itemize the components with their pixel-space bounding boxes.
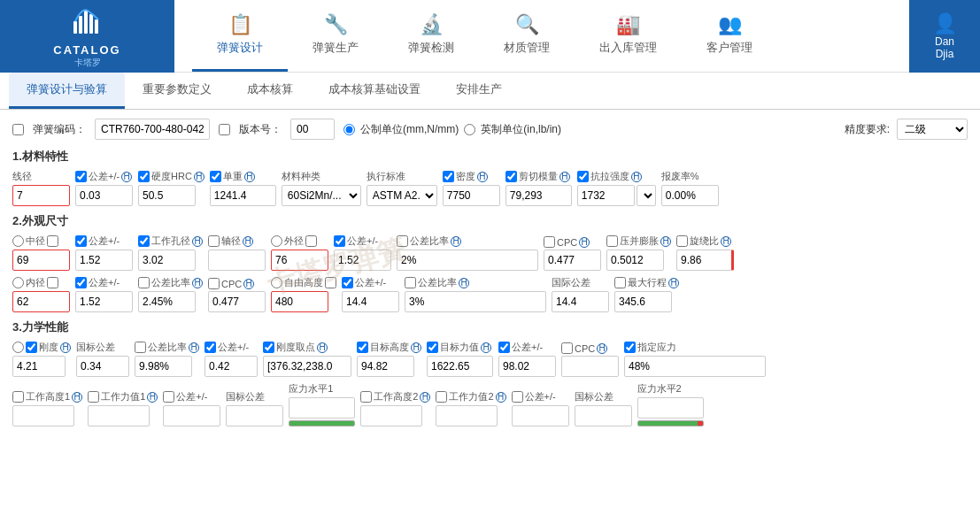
- tol-wf1-checkbox[interactable]: [163, 391, 174, 403]
- free-h-radio[interactable]: [271, 277, 282, 288]
- tol1-info-icon[interactable]: H: [121, 172, 132, 182]
- stiffness-point-input[interactable]: [263, 356, 351, 377]
- tab-cost-calc[interactable]: 成本核算: [229, 73, 311, 109]
- solid-checkbox[interactable]: [606, 235, 618, 247]
- hardness-checkbox[interactable]: [138, 171, 150, 182]
- solid-expand-input[interactable]: [606, 250, 664, 271]
- tol-tf-input[interactable]: [498, 356, 556, 377]
- nav-spring-inspection[interactable]: 🔬 弹簧检测: [383, 0, 479, 72]
- specstress-checkbox[interactable]: [624, 342, 636, 353]
- cpc2-info-icon[interactable]: H: [243, 279, 254, 289]
- cpc3-input[interactable]: [561, 356, 619, 377]
- work-h1-input[interactable]: [12, 405, 74, 426]
- tolratio-fh-cb[interactable]: [405, 277, 416, 288]
- cpc2-input[interactable]: [208, 291, 266, 312]
- workf1-info-icon[interactable]: H: [147, 392, 158, 403]
- tolratio-inner-cb[interactable]: [138, 277, 150, 288]
- density-checkbox[interactable]: [443, 171, 454, 182]
- targeth-info-icon[interactable]: H: [411, 342, 421, 353]
- tolratio-mech-icon[interactable]: H: [189, 342, 199, 353]
- tolratio-inner-icon[interactable]: H: [192, 278, 203, 288]
- stiffness-radio[interactable]: [12, 342, 24, 353]
- bore-checkbox[interactable]: [138, 235, 150, 247]
- maxstroke-info-icon[interactable]: H: [668, 278, 679, 288]
- mid-dia-input[interactable]: [12, 250, 70, 271]
- cpc1-checkbox[interactable]: [544, 236, 555, 248]
- stress-level2-input[interactable]: [637, 397, 704, 419]
- tol1-input[interactable]: [75, 185, 133, 206]
- tol1-checkbox[interactable]: [75, 171, 87, 182]
- nav-spring-production[interactable]: 🔧 弹簧生产: [288, 0, 383, 72]
- tol-fh-checkbox[interactable]: [342, 277, 353, 288]
- tol-ratio-outer-input[interactable]: [397, 250, 538, 271]
- work-f2-input[interactable]: [436, 405, 498, 426]
- tol-inner-checkbox[interactable]: [75, 277, 87, 288]
- wire-dia-input[interactable]: [12, 185, 70, 206]
- nav-customer-mgmt[interactable]: 👥 客户管理: [682, 0, 777, 72]
- workf2-info-icon[interactable]: H: [496, 392, 506, 403]
- mid-dia-radio[interactable]: [12, 235, 24, 247]
- targetf-info-icon[interactable]: H: [481, 342, 491, 353]
- workf1-checkbox[interactable]: [88, 391, 99, 403]
- density-info-icon[interactable]: H: [477, 172, 488, 182]
- density-input[interactable]: [443, 185, 500, 206]
- winding-checkbox[interactable]: [676, 235, 688, 247]
- maxstroke-checkbox[interactable]: [614, 277, 626, 288]
- tab-key-params[interactable]: 重要参数定义: [125, 73, 229, 109]
- intl-tol3-input[interactable]: [226, 405, 283, 426]
- work-f1-input[interactable]: [88, 405, 150, 426]
- winding-info-icon[interactable]: H: [721, 236, 731, 247]
- workh1-info-icon[interactable]: H: [72, 392, 82, 403]
- workf2-checkbox[interactable]: [436, 391, 447, 403]
- nav-warehouse-mgmt[interactable]: 🏭 出入库管理: [575, 0, 682, 72]
- tol-mid-input[interactable]: [75, 250, 133, 271]
- target-height-input[interactable]: [357, 356, 414, 377]
- targetf-checkbox[interactable]: [427, 342, 438, 353]
- cpc2-checkbox[interactable]: [208, 278, 220, 289]
- outer-dia-checkbox[interactable]: [305, 235, 317, 247]
- version-checkbox[interactable]: [219, 124, 230, 135]
- standard-select[interactable]: ASTM A2...: [367, 185, 437, 206]
- winding-ratio-input[interactable]: [676, 250, 734, 271]
- inner-dia-radio[interactable]: [12, 277, 24, 288]
- tol-outer-input[interactable]: [334, 250, 391, 271]
- tol-ratio-mech-input[interactable]: [135, 356, 192, 377]
- stiffpoint-checkbox[interactable]: [263, 342, 274, 353]
- unit-weight-input[interactable]: [210, 185, 276, 206]
- tensile-unit-select[interactable]: ▼: [637, 185, 656, 206]
- tol-mech-checkbox[interactable]: [204, 342, 216, 353]
- tol-mech-input[interactable]: [204, 356, 258, 377]
- inner-dia-input[interactable]: [12, 291, 70, 312]
- shear-info-icon[interactable]: H: [559, 172, 570, 182]
- stiffness-checkbox[interactable]: [26, 342, 37, 353]
- max-stroke-input[interactable]: [614, 291, 672, 312]
- stiffpoint-info-icon[interactable]: H: [317, 342, 328, 353]
- spring-code-input[interactable]: [95, 119, 210, 140]
- tol-ratio-inner-input[interactable]: [138, 291, 196, 312]
- cpc1-input[interactable]: [544, 250, 601, 271]
- work-h2-input[interactable]: [360, 405, 422, 426]
- nav-material-mgmt[interactable]: 🔍 材质管理: [479, 0, 575, 72]
- cpc3-info-icon[interactable]: H: [597, 343, 607, 354]
- tol-wf2-input[interactable]: [512, 405, 569, 426]
- workh1-checkbox[interactable]: [12, 391, 24, 403]
- tensile-info-icon[interactable]: H: [631, 172, 642, 182]
- tolratio-mech-cb[interactable]: [135, 342, 146, 353]
- shear-modulus-input[interactable]: [505, 185, 572, 206]
- intl-tol4-input[interactable]: [575, 405, 632, 426]
- spec-stress-input[interactable]: [624, 356, 766, 377]
- weight-info-icon[interactable]: H: [244, 172, 255, 182]
- hardness-info-icon[interactable]: H: [194, 172, 204, 182]
- tensile-checkbox[interactable]: [577, 171, 589, 182]
- workh2-info-icon[interactable]: H: [420, 392, 430, 403]
- tol-outer-checkbox[interactable]: [334, 235, 345, 247]
- inner-dia-checkbox[interactable]: [47, 277, 58, 288]
- axle-dia-input[interactable]: [208, 250, 266, 271]
- hardness-input[interactable]: [138, 185, 196, 206]
- outer-dia-radio[interactable]: [271, 235, 282, 247]
- material-type-select[interactable]: 60Si2Mn/...: [282, 185, 361, 206]
- free-h-checkbox[interactable]: [325, 277, 336, 288]
- tol-ratio-fh-input[interactable]: [405, 291, 546, 312]
- outer-dia-input[interactable]: [271, 250, 328, 271]
- tol-wf2-checkbox[interactable]: [512, 391, 523, 403]
